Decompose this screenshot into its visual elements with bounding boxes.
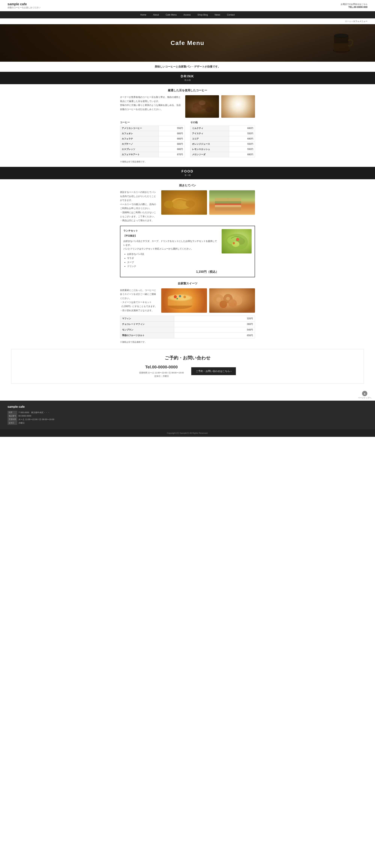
coffee-section-title: 厳選した豆を使用したコーヒー [120, 89, 255, 92]
footer-info: 住所 〒000-0000 東京都中央区・・・ 電話番号 00-0000-0000… [7, 411, 55, 425]
footer-info-row: 営業時間 火〜土 11:00〜22:00 / 日 08:00〜19:00 [7, 418, 55, 421]
site-tagline: 自慢のコーヒーをお楽しみください [7, 6, 40, 9]
svg-point-35 [177, 298, 178, 300]
latte-image [221, 95, 255, 118]
hero-coffee-mug-icon [330, 26, 356, 60]
table-row: メロンソーダ680円 [190, 152, 255, 157]
item-price: 360円 [174, 321, 255, 327]
contact-tel: Tel.00-0000-0000 [139, 365, 184, 370]
table-row: カプチーノ680円 [120, 142, 185, 147]
nav-item-home[interactable]: Home [137, 11, 150, 19]
table-row: 季節のフルーツタルト650円 [120, 333, 255, 338]
table-row: レモンスカッシュ550円 [190, 147, 255, 152]
table-row: オレンジジュース550円 [190, 142, 255, 147]
page-top-button[interactable]: ▲ ページトップへ [358, 391, 371, 399]
contact-button[interactable]: ご予約・お問い合わせはこちら › [191, 367, 236, 375]
sweets-desc-row: 自然素材にこだわった、コーヒーに合うスイーツをぜひご一緒にご賞味ください。 ・ス… [120, 288, 255, 313]
nav-item-access[interactable]: Access [180, 11, 194, 19]
item-price: 550円 [229, 147, 255, 152]
chevron-up-icon: ▲ [362, 391, 367, 396]
table-row: アメリカンコーヒー550円 [120, 126, 185, 131]
svg-point-25 [232, 241, 240, 247]
footer-copyright: Copyright (C) Sample21 All Rights Reserv… [0, 429, 375, 437]
nav-item-shop-blog[interactable]: Shop Blog [194, 11, 211, 19]
item-name: ミルクティ [190, 126, 229, 131]
other-price-table: ミルクティ680円 アイスティ550円 ココア680円 オレンジジュース550円… [190, 126, 255, 157]
coffee-table-title: コーヒー [120, 121, 185, 124]
food-price-note: ※価格は全て税込価格です。 [120, 341, 255, 343]
food-section-sub: 食べ物 [3, 174, 372, 177]
food-section-main: FOOD [3, 169, 372, 174]
bread-sandwich-image [209, 190, 255, 215]
item-price: 550円 [229, 131, 255, 136]
item-name: マフィン [120, 316, 174, 321]
bread-images [161, 190, 255, 215]
svg-point-39 [220, 301, 227, 308]
footer-info-row: 定休日 月曜日 [7, 421, 55, 425]
sweets-description: 自然素材にこだわった、コーヒーに合うスイーツをぜひご一緒にご賞味ください。 ・ス… [120, 288, 157, 313]
contact-left: Tel.00-0000-0000 営業時間 火〜土 11:00〜22:00 / … [139, 365, 184, 378]
item-name: メロンソーダ [190, 152, 229, 157]
sweets-section-title: 自家製スイーツ [120, 282, 255, 285]
sweets-images [161, 288, 255, 313]
list-item: スープ [127, 260, 219, 265]
item-price: 680円 [159, 131, 185, 136]
svg-point-14 [164, 200, 174, 208]
lunch-tag: 【平日限定】 [123, 234, 219, 238]
item-name: モンブラン [120, 327, 174, 333]
food-section-header: FOOD 食べ物 [0, 167, 375, 179]
footer-brand: sample cafe [7, 405, 55, 408]
svg-point-10 [229, 98, 248, 115]
item-price: 320円 [174, 316, 255, 321]
list-item: お好きなパン2点 [127, 252, 219, 256]
coffee-description: オーナーが世界各地のコーヒー豆を取り寄せ、独自の感性と視点にて厳選した豆を使用し… [120, 95, 182, 111]
breadcrumb-current: カフェメニュー [353, 20, 368, 22]
sweets-price-table: マフィン320円 チョコレートマフィン360円 モンブラン540円 季節のフルー… [120, 316, 255, 338]
assorted-sweets-image [209, 288, 255, 313]
item-name: カフェオレ [120, 131, 159, 136]
svg-point-26 [236, 238, 239, 241]
item-name: カプチーノ [120, 142, 159, 147]
breadcrumb-separator: › [352, 20, 353, 22]
table-row: アイスティ550円 [190, 131, 255, 136]
nav-item-news[interactable]: News [211, 11, 223, 19]
lunch-description: お好きなパン2点とサラダ、スープ、ドリンクをセットにしたお得なランチセットを提供… [123, 239, 219, 251]
item-name: レモンスカッシュ [190, 147, 229, 152]
nav-item-about[interactable]: About [150, 11, 162, 19]
item-price: 870円 [159, 152, 185, 157]
table-row: モンブラン540円 [120, 327, 255, 333]
coffee-desc-row: オーナーが世界各地のコーヒー豆を取り寄せ、独自の感性と視点にて厳選した豆を使用し… [120, 95, 255, 118]
item-name: オレンジジュース [190, 142, 229, 147]
item-price: 550円 [159, 126, 185, 131]
contact-hours-line2: 定休日：月曜日 [139, 374, 184, 378]
svg-point-32 [174, 295, 177, 298]
lunch-price: 1,150円（税込） [123, 270, 219, 274]
table-row: カフェマキアート870円 [120, 152, 185, 157]
page-top-label: ページトップへ [358, 397, 371, 399]
drink-price-note: ※価格は全て税込価格です。 [120, 160, 255, 163]
table-row: カフェオレ680円 [120, 131, 185, 136]
footer-label: 住所 [7, 411, 17, 414]
svg-point-42 [226, 297, 230, 301]
svg-point-9 [199, 100, 206, 105]
list-item: ドリンク [127, 264, 219, 269]
header-contact: お電話でのお問合せはこちら TEL.00-0000-000 [341, 3, 368, 8]
lunch-salad-image [222, 229, 252, 253]
contact-title: ご予約・お問い合わせ [19, 355, 356, 361]
svg-point-12 [232, 100, 244, 109]
nav-item-cafe-menu[interactable]: Cafe Menu [162, 11, 180, 19]
footer-label: 電話番号 [7, 414, 17, 418]
svg-point-15 [186, 200, 195, 207]
nav-item-contact[interactable]: Contact [223, 11, 238, 19]
footer-value: 00-0000-0000 [17, 414, 55, 418]
breadcrumb-home[interactable]: ホーム [345, 20, 351, 22]
item-price: 680円 [229, 136, 255, 142]
contact-box: ご予約・お問い合わせ Tel.00-0000-0000 営業時間 火〜土 11:… [11, 349, 364, 384]
coffee-price-table: アメリカンコーヒー550円 カフェオレ680円 カフェラテ680円 カプチーノ6… [120, 126, 185, 157]
site-name: sample cafe [7, 2, 40, 6]
contact-hours: 営業時間 火〜土 11:00〜22:00 / 日 08:00〜19:00 定休日… [139, 371, 184, 378]
contact-button-wrapper: ご予約・お問い合わせはこちら › [191, 367, 236, 375]
item-price: 680円 [159, 147, 185, 152]
item-name: チョコレートマフィン [120, 321, 174, 327]
contact-label: お電話でのお問合せはこちら [341, 3, 368, 6]
